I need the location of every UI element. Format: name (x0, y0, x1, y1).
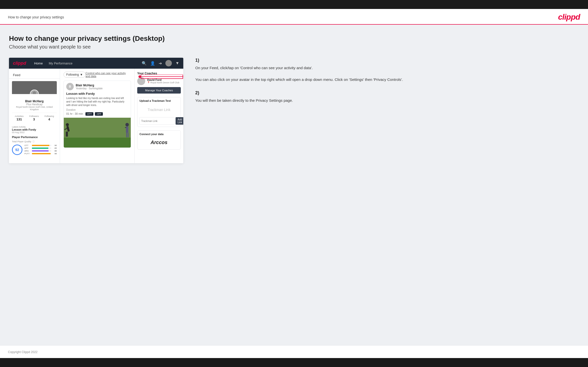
coach-avatar (137, 77, 145, 85)
step2-number: 2) (195, 90, 577, 96)
svg-rect-13 (128, 133, 129, 137)
top-bar (0, 0, 588, 9)
search-icon[interactable]: 🔍 (142, 61, 147, 66)
bar-ott: OTT 90 (24, 144, 57, 147)
score-circle: 92 (12, 145, 22, 155)
copyright: Copyright Clippd 2022 (8, 350, 38, 354)
step2-text: You will then be taken directly to the P… (195, 98, 577, 103)
post-title: Lesson with Fordy (64, 92, 131, 97)
post-body: Looking to feel like my hands are exitin… (64, 97, 131, 108)
user-icon[interactable]: 👤 (150, 61, 155, 66)
svg-rect-11 (125, 127, 127, 128)
connect-section: Connect your data Arccos (137, 130, 181, 150)
tag-ott: OTT (85, 112, 93, 116)
post-header: B Blair McHarg Yesterday · Sunningdale (64, 81, 131, 92)
site-footer: Copyright Clippd 2022 (0, 345, 588, 358)
pp-row: 92 OTT 90 APP 85 (12, 144, 57, 155)
coach-row: David Ford 📍 Royal North Devon Golf Club (137, 77, 181, 85)
stat-activities-label: Activities (15, 115, 24, 117)
tpq-label: Total Player Quality ⓘ (12, 140, 57, 143)
chevron-down-icon[interactable]: ▼ (175, 61, 179, 65)
main-content: How to change your privacy settings (Des… (0, 25, 588, 345)
post-image (64, 118, 131, 148)
avatar[interactable] (165, 60, 172, 66)
manage-coaches-button[interactable]: Manage Your Coaches (137, 87, 181, 94)
plus-icon[interactable]: ➔ (159, 61, 162, 66)
bar-arg: ARG 86 (24, 150, 57, 152)
svg-rect-7 (67, 132, 68, 137)
profile-banner (12, 81, 57, 94)
profile-name: Blair McHarg (12, 100, 57, 103)
instructions-column: 1) On your Feed, click/tap on 'Control w… (193, 58, 579, 111)
instruction-step2: 2) You will then be taken directly to th… (195, 90, 577, 103)
putt-bar (32, 153, 51, 154)
profile-card: Blair McHarg Plus Handicap Royal North D… (9, 79, 60, 124)
content-columns: clippd Home My Performance 🔍 👤 ➔ ▼ Feed (9, 58, 579, 163)
stat-followers-label: Followers (29, 115, 39, 117)
post-card: B Blair McHarg Yesterday · Sunningdale L… (64, 81, 131, 148)
stat-activities-value: 131 (15, 117, 24, 121)
app-right-sidebar: Your Coaches David Ford 📍 Royal North De… (135, 69, 183, 163)
latest-activity-date: 03 Aug 2022 (12, 131, 57, 134)
svg-point-0 (33, 91, 36, 94)
bottom-bar (0, 358, 588, 367)
add-link-button[interactable]: Add Link (176, 117, 183, 125)
post-author-name: Blair McHarg (76, 84, 103, 87)
app-nav: clippd Home My Performance 🔍 👤 ➔ ▼ (9, 58, 183, 69)
svg-rect-8 (66, 132, 67, 137)
step1-number: 1) (195, 58, 577, 63)
page-subheading: Choose what you want people to see (9, 44, 579, 50)
player-performance-title: Player Performance (12, 136, 57, 139)
page-heading: How to change your privacy settings (Des… (9, 35, 579, 43)
post-date: Yesterday · Sunningdale (76, 87, 103, 90)
svg-rect-3 (64, 138, 131, 148)
app-screenshot: clippd Home My Performance 🔍 👤 ➔ ▼ Feed (9, 58, 183, 163)
app-nav-logo: clippd (13, 61, 26, 66)
feed-tab[interactable]: Feed (9, 72, 60, 79)
svg-point-4 (66, 123, 69, 126)
coach-club: 📍 Royal North Devon Golf Club (147, 81, 179, 84)
trackman-placeholder: Trackman Link (139, 104, 179, 115)
coach-name: David Ford (147, 78, 179, 81)
trackman-title: Upload a Trackman Test (139, 99, 179, 102)
trackman-input[interactable] (139, 117, 175, 125)
svg-point-9 (126, 123, 129, 126)
app-bar (32, 148, 51, 149)
profile-info: Blair McHarg Plus Handicap Royal North D… (12, 100, 57, 111)
chevron-down-icon: ▼ (80, 73, 83, 76)
control-privacy-link[interactable]: Control who can see your activity and da… (86, 72, 131, 78)
coaches-section: Your Coaches David Ford 📍 Royal North De… (137, 72, 181, 94)
nav-item-home[interactable]: Home (34, 61, 43, 65)
post-duration-label: Duration (64, 108, 131, 112)
step1-text: On your Feed, click/tap on 'Control who … (195, 65, 577, 82)
nav-icons: 🔍 👤 ➔ ▼ (142, 60, 179, 66)
connect-title: Connect your data (139, 133, 179, 136)
coach-info: David Ford 📍 Royal North Devon Golf Club (147, 78, 179, 84)
coaches-title: Your Coaches (137, 72, 181, 75)
stat-following-label: Following (45, 115, 54, 117)
latest-activity-label: Latest Activity (12, 126, 57, 128)
feed-header: Following ▼ Control who can see your act… (64, 72, 131, 78)
profile-club: Royal North Devon Golf Club, United King… (12, 106, 57, 111)
pp-bars: OTT 90 APP 85 ARG (24, 144, 57, 155)
duration-value: 01 hr : 30 min (66, 112, 83, 116)
nav-item-my-performance[interactable]: My Performance (49, 61, 72, 65)
location-icon: 📍 (147, 81, 150, 84)
post-tags: 01 hr : 30 min OTT APP (64, 112, 131, 118)
app-body: Feed Blair McHarg (9, 69, 183, 163)
site-header: How to change your privacy settings clip… (0, 9, 588, 25)
app-sidebar: Feed Blair McHarg (9, 69, 60, 163)
post-avatar: B (66, 83, 74, 90)
bar-putt: PUTT 96 (24, 153, 57, 155)
bar-app: APP 85 (24, 147, 57, 149)
arccos-logo: Arccos (139, 138, 179, 147)
profile-stats: Activities 131 Followers 3 Following 4 (12, 113, 57, 121)
trackman-section: Upload a Trackman Test Trackman Link Add… (137, 97, 181, 127)
following-button[interactable]: Following ▼ (64, 72, 86, 78)
svg-rect-12 (126, 133, 127, 137)
stat-following-value: 4 (45, 117, 54, 121)
player-performance: Player Performance Total Player Quality … (9, 134, 60, 155)
tpq-info-icon: ⓘ (32, 140, 35, 143)
stat-followers-value: 3 (29, 117, 39, 121)
stat-following: Following 4 (45, 115, 54, 121)
